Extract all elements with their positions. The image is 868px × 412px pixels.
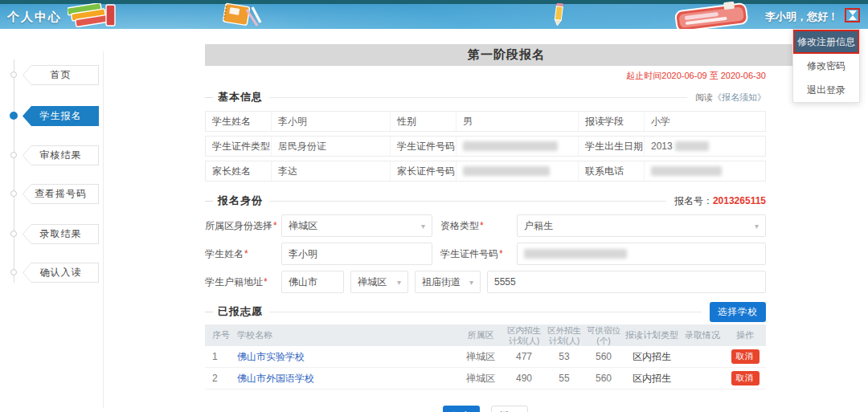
field-label: 学生姓名 bbox=[206, 112, 272, 131]
field-value: 小学 bbox=[645, 112, 765, 131]
sidebar-item-review-result[interactable]: 审核结果 bbox=[23, 145, 99, 165]
field-value-partially-masked: 2013 bbox=[645, 137, 765, 156]
sidebar-item-lottery-number[interactable]: 查看摇号码 bbox=[23, 184, 99, 204]
user-menu-trigger[interactable] bbox=[845, 8, 860, 22]
field-label: 性别 bbox=[391, 112, 457, 131]
user-menu: 修改注册信息 修改密码 退出登录 bbox=[792, 29, 860, 103]
notebook-pencil-icon bbox=[222, 2, 262, 28]
school-link[interactable]: 佛山市外国语学校 bbox=[237, 373, 314, 384]
field-label: 联系电话 bbox=[579, 161, 645, 181]
in-district-plan: 477 bbox=[504, 351, 544, 362]
school-district: 禅城区 bbox=[457, 350, 504, 364]
masked-value bbox=[524, 249, 627, 259]
timeline-dot bbox=[10, 190, 17, 197]
books-stack-icon bbox=[68, 3, 117, 27]
app-header: 个人中心 李小明，您好！ bbox=[0, 0, 868, 29]
plan-type: 区内招生 bbox=[623, 372, 681, 385]
address-city-input[interactable]: 佛山市 bbox=[281, 271, 344, 293]
identity-form-row: 学生姓名* 李小明 学生证件号码* bbox=[205, 243, 766, 265]
section-title-identity: 报名身份 bbox=[218, 194, 263, 208]
regno-label: 报名号： bbox=[674, 194, 713, 208]
masked-value bbox=[457, 137, 579, 156]
beds-available: 560 bbox=[584, 351, 623, 362]
read-notice-prefix: 阅读 bbox=[695, 92, 713, 104]
field-label: 报读学段 bbox=[579, 112, 645, 131]
timeline-dot bbox=[10, 152, 17, 158]
identity-form-row: 所属区身份选择* 禅城区 ▾ 资格类型* 户籍生 ▾ bbox=[205, 214, 766, 237]
section-title-basic-info: 基本信息 bbox=[218, 90, 263, 104]
field-label: 家长证件号码 bbox=[391, 161, 457, 181]
sidebar-item-student-registration[interactable]: 学生报名 bbox=[23, 106, 99, 126]
app-title: 个人中心 bbox=[7, 10, 62, 25]
sidebar-item-confirm-enrollment[interactable]: 确认入读 bbox=[23, 263, 99, 283]
main-panel: 第一阶段报名 起止时间2020-06-09 至 2020-06-30 基本信息 … bbox=[205, 44, 808, 412]
field-value: 男 bbox=[457, 112, 579, 131]
col-header: 报读计划类型 bbox=[623, 329, 681, 341]
col-header: 所属区 bbox=[457, 329, 504, 341]
field-label: 学生证件号码* bbox=[440, 247, 517, 261]
chevron-down-icon: ▾ bbox=[755, 222, 759, 230]
timeline-dot bbox=[10, 269, 17, 275]
beds-available: 560 bbox=[584, 373, 623, 384]
back-button[interactable]: 返回 bbox=[491, 406, 528, 412]
out-district-plan: 55 bbox=[544, 373, 584, 384]
field-label: 学生户籍地址* bbox=[205, 275, 281, 289]
school-link[interactable]: 佛山市实验学校 bbox=[237, 351, 305, 362]
field-label: 学生出生日期 bbox=[579, 137, 645, 156]
field-label: 学生证件号码 bbox=[391, 137, 457, 156]
menu-item-edit-registration[interactable]: 修改注册信息 bbox=[793, 30, 859, 54]
col-header: 学校名称 bbox=[234, 329, 457, 341]
pencil-case-icon bbox=[672, 2, 752, 29]
sidebar: 首页 学生报名 审核结果 查看摇号码 录取结果 确认入读 bbox=[0, 29, 104, 412]
read-notice-link[interactable]: 《报名须知》 bbox=[713, 92, 766, 104]
basic-info-row: 家长姓名 李达 家长证件号码 联系电话 bbox=[205, 161, 766, 182]
volunteer-row: 1 佛山市实验学校 禅城区 477 53 560 区内招生 取消 bbox=[205, 346, 766, 368]
field-label: 所属区身份选择* bbox=[205, 219, 281, 233]
school-district: 禅城区 bbox=[457, 372, 504, 385]
masked-value bbox=[645, 161, 765, 181]
menu-item-logout[interactable]: 退出登录 bbox=[793, 78, 859, 102]
menu-item-change-password[interactable]: 修改密码 bbox=[793, 54, 859, 78]
sidebar-item-admission-result[interactable]: 录取结果 bbox=[23, 224, 99, 244]
chevron-down-icon: ▾ bbox=[421, 222, 425, 230]
hourglass-icon bbox=[849, 10, 857, 20]
section-title-volunteers: 已报志愿 bbox=[218, 304, 263, 319]
row-number: 2 bbox=[205, 373, 234, 384]
cancel-button[interactable]: 取消 bbox=[731, 371, 760, 385]
volunteer-table-header: 序号 学校名称 所属区 区内招生计划(人) 区外招生计划(人) 可供宿位(个) … bbox=[205, 324, 766, 346]
section-identity-header: 报名身份 报名号： 2013265115 bbox=[205, 193, 766, 209]
basic-info-row: 学生姓名 李小明 性别 男 报读学段 小学 bbox=[205, 111, 766, 132]
col-header: 操作 bbox=[724, 329, 766, 341]
district-select[interactable]: 禅城区 ▾ bbox=[281, 214, 432, 237]
col-header: 区内招生计划(人) bbox=[504, 325, 544, 345]
qualification-select[interactable]: 户籍生 ▾ bbox=[517, 214, 766, 237]
field-label: 学生证件类型 bbox=[206, 137, 272, 156]
section-basic-info-header: 基本信息 阅读 《报名须知》 bbox=[205, 89, 766, 105]
student-id-input[interactable] bbox=[517, 243, 766, 265]
field-label: 家长姓名 bbox=[206, 161, 272, 181]
cancel-button[interactable]: 取消 bbox=[731, 349, 760, 364]
plan-type: 区内招生 bbox=[623, 350, 681, 364]
submit-button[interactable]: 提交 bbox=[443, 406, 480, 412]
registration-number: 2013265115 bbox=[713, 195, 766, 206]
choose-school-button[interactable]: 选择学校 bbox=[710, 302, 766, 322]
address-district-select[interactable]: 禅城区 ▾ bbox=[350, 271, 408, 293]
masked-value bbox=[457, 161, 579, 181]
address-detail-input[interactable]: 5555 bbox=[487, 271, 766, 293]
student-name-input[interactable]: 李小明 bbox=[281, 243, 432, 265]
out-district-plan: 53 bbox=[544, 351, 584, 362]
in-district-plan: 490 bbox=[504, 373, 544, 384]
field-value: 李达 bbox=[272, 161, 391, 181]
row-number: 1 bbox=[205, 351, 234, 362]
field-value: 居民身份证 bbox=[272, 137, 391, 156]
timeline-dot bbox=[10, 71, 17, 78]
form-actions: 提交 返回 bbox=[205, 406, 766, 412]
registration-period: 起止时间2020-06-09 至 2020-06-30 bbox=[205, 70, 766, 82]
sidebar-item-home[interactable]: 首页 bbox=[23, 65, 99, 85]
basic-info-row: 学生证件类型 居民身份证 学生证件号码 学生出生日期 2013 bbox=[205, 136, 766, 157]
timeline-dot bbox=[10, 230, 17, 237]
address-street-select[interactable]: 祖庙街道 ▾ bbox=[415, 271, 481, 293]
field-label: 学生姓名* bbox=[205, 247, 281, 261]
chevron-down-icon: ▾ bbox=[469, 278, 473, 287]
col-header: 可供宿位(个) bbox=[584, 325, 623, 345]
